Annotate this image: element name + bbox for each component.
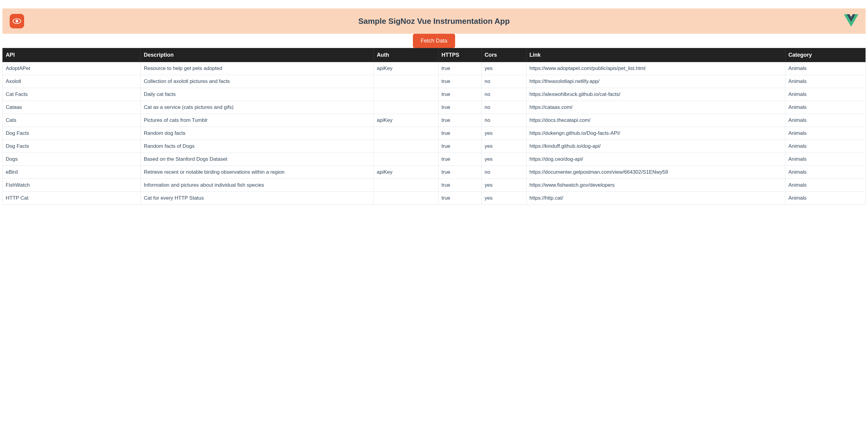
cell-api: eBird — [3, 166, 141, 179]
cell-api: Dog Facts — [3, 127, 141, 140]
cell-link: https://www.adoptapet.com/public/apis/pe… — [526, 62, 785, 75]
cell-link: https://alexwohlbruck.github.io/cat-fact… — [526, 88, 785, 101]
cell-auth — [374, 101, 438, 114]
cell-link: https://theaxolotlapi.netlify.app/ — [526, 75, 785, 88]
cell-https: true — [438, 75, 482, 88]
cell-description: Pictures of cats from Tumblr — [141, 114, 373, 127]
cell-auth — [374, 75, 438, 88]
cell-https: true — [438, 153, 482, 166]
cell-https: true — [438, 127, 482, 140]
cell-api: Dogs — [3, 153, 141, 166]
cell-description: Retrieve recent or notable birding obser… — [141, 166, 373, 179]
signoz-logo-icon — [10, 14, 24, 28]
cell-link: https://documenter.getpostman.com/view/6… — [526, 166, 785, 179]
cell-api: AdoptAPet — [3, 62, 141, 75]
header-https: HTTPS — [438, 48, 482, 62]
vue-logo-icon — [844, 14, 858, 27]
cell-description: Cat for every HTTP Status — [141, 192, 373, 205]
table-row: eBirdRetrieve recent or notable birding … — [3, 166, 866, 179]
cell-cors: yes — [482, 179, 526, 192]
cell-cors: yes — [482, 62, 526, 75]
cell-category: Animals — [785, 101, 865, 114]
cell-category: Animals — [785, 114, 865, 127]
table-row: FishWatchInformation and pictures about … — [3, 179, 866, 192]
cell-cors: yes — [482, 153, 526, 166]
cell-auth — [374, 88, 438, 101]
cell-auth: apiKey — [374, 166, 438, 179]
cell-cors: no — [482, 166, 526, 179]
cell-api: Cat Facts — [3, 88, 141, 101]
cell-category: Animals — [785, 127, 865, 140]
cell-https: true — [438, 101, 482, 114]
cell-link: https://dog.ceo/dog-api/ — [526, 153, 785, 166]
page-title: Sample SigNoz Vue Instrumentation App — [24, 17, 844, 26]
header-description: Description — [141, 48, 373, 62]
cell-cors: no — [482, 75, 526, 88]
cell-auth: apiKey — [374, 114, 438, 127]
table-row: CatsPictures of cats from TumblrapiKeytr… — [3, 114, 866, 127]
cell-api: Cataas — [3, 101, 141, 114]
cell-auth: apiKey — [374, 62, 438, 75]
cell-link: https://http.cat/ — [526, 192, 785, 205]
cell-cors: yes — [482, 127, 526, 140]
cell-description: Daily cat facts — [141, 88, 373, 101]
cell-description: Resource to help get pets adopted — [141, 62, 373, 75]
cell-auth — [374, 179, 438, 192]
cell-category: Animals — [785, 75, 865, 88]
header-cors: Cors — [482, 48, 526, 62]
table-row: AxolotlCollection of axolotl pictures an… — [3, 75, 866, 88]
cell-api: Axolotl — [3, 75, 141, 88]
table-row: DogsBased on the Stanford Dogs Datasettr… — [3, 153, 866, 166]
cell-https: true — [438, 88, 482, 101]
cell-cors: no — [482, 88, 526, 101]
cell-category: Animals — [785, 153, 865, 166]
actions-bar: Fetch Data — [2, 34, 866, 48]
cell-category: Animals — [785, 192, 865, 205]
header-right — [844, 14, 858, 28]
cell-category: Animals — [785, 179, 865, 192]
cell-category: Animals — [785, 62, 865, 75]
cell-link: https://dukengn.github.io/Dog-facts-API/ — [526, 127, 785, 140]
cell-https: true — [438, 179, 482, 192]
cell-auth — [374, 153, 438, 166]
header-category: Category — [785, 48, 865, 62]
app-header: Sample SigNoz Vue Instrumentation App — [2, 8, 866, 34]
header-auth: Auth — [374, 48, 438, 62]
fetch-data-button[interactable]: Fetch Data — [413, 34, 455, 48]
cell-description: Information and pictures about individua… — [141, 179, 373, 192]
cell-cors: no — [482, 101, 526, 114]
cell-https: true — [438, 166, 482, 179]
table-row: Cat FactsDaily cat factstruenohttps://al… — [3, 88, 866, 101]
table-row: HTTP CatCat for every HTTP Statustrueyes… — [3, 192, 866, 205]
cell-link: https://www.fishwatch.gov/developers — [526, 179, 785, 192]
cell-description: Based on the Stanford Dogs Dataset — [141, 153, 373, 166]
cell-auth — [374, 140, 438, 153]
api-table-wrap: API Description Auth HTTPS Cors Link Cat… — [2, 48, 866, 205]
table-row: CataasCat as a service (cats pictures an… — [3, 101, 866, 114]
cell-description: Collection of axolotl pictures and facts — [141, 75, 373, 88]
header-left — [10, 14, 24, 28]
cell-link: https://docs.thecatapi.com/ — [526, 114, 785, 127]
cell-api: Cats — [3, 114, 141, 127]
cell-category: Animals — [785, 166, 865, 179]
table-row: Dog FactsRandom dog factstrueyeshttps://… — [3, 127, 866, 140]
cell-description: Random dog facts — [141, 127, 373, 140]
table-row: Dog FactsRandom facts of Dogstrueyeshttp… — [3, 140, 866, 153]
cell-cors: yes — [482, 140, 526, 153]
cell-https: true — [438, 62, 482, 75]
cell-api: HTTP Cat — [3, 192, 141, 205]
api-table: API Description Auth HTTPS Cors Link Cat… — [2, 48, 866, 205]
cell-link: https://kinduff.github.io/dog-api/ — [526, 140, 785, 153]
table-header-row: API Description Auth HTTPS Cors Link Cat… — [3, 48, 866, 62]
cell-https: true — [438, 192, 482, 205]
cell-link: https://cataas.com/ — [526, 101, 785, 114]
table-row: AdoptAPetResource to help get pets adopt… — [3, 62, 866, 75]
cell-https: true — [438, 140, 482, 153]
cell-category: Animals — [785, 140, 865, 153]
cell-category: Animals — [785, 88, 865, 101]
svg-point-1 — [16, 20, 19, 23]
cell-description: Cat as a service (cats pictures and gifs… — [141, 101, 373, 114]
cell-description: Random facts of Dogs — [141, 140, 373, 153]
cell-api: Dog Facts — [3, 140, 141, 153]
cell-auth — [374, 192, 438, 205]
